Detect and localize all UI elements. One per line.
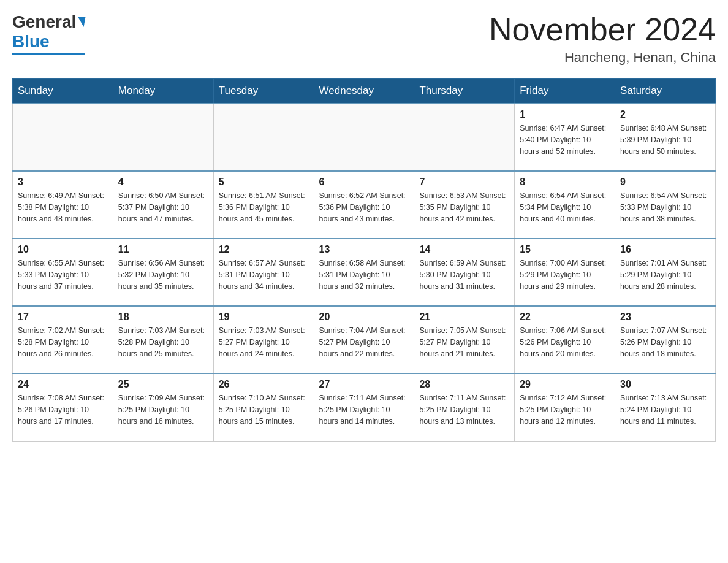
- day-info: Sunrise: 7:08 AM Sunset: 5:26 PM Dayligh…: [18, 393, 108, 427]
- day-number: 12: [219, 244, 309, 255]
- day-number: 19: [219, 312, 309, 323]
- day-number: 30: [620, 379, 710, 390]
- day-info: Sunrise: 7:13 AM Sunset: 5:24 PM Dayligh…: [620, 393, 710, 427]
- day-number: 22: [520, 312, 610, 323]
- calendar-cell: 4Sunrise: 6:50 AM Sunset: 5:37 PM Daylig…: [113, 171, 213, 239]
- day-number: 16: [620, 244, 710, 255]
- calendar-cell: 6Sunrise: 6:52 AM Sunset: 5:36 PM Daylig…: [314, 171, 414, 239]
- day-info: Sunrise: 7:12 AM Sunset: 5:25 PM Dayligh…: [520, 393, 610, 427]
- day-info: Sunrise: 7:01 AM Sunset: 5:29 PM Dayligh…: [620, 258, 710, 292]
- logo-text: General: [12, 12, 85, 32]
- calendar-cell: [213, 104, 314, 171]
- logo-blue-text: Blue: [12, 32, 50, 52]
- calendar-week-3: 10Sunrise: 6:55 AM Sunset: 5:33 PM Dayli…: [13, 239, 716, 306]
- day-number: 2: [620, 109, 710, 120]
- page-header: General Blue November 2024 Hancheng, Hen…: [12, 12, 716, 66]
- calendar-cell: 12Sunrise: 6:57 AM Sunset: 5:31 PM Dayli…: [213, 239, 314, 306]
- day-number: 6: [319, 177, 409, 188]
- weekday-header-thursday: Thursday: [414, 79, 515, 104]
- logo-arrow-icon: [77, 17, 86, 27]
- day-info: Sunrise: 6:52 AM Sunset: 5:36 PM Dayligh…: [319, 190, 409, 224]
- day-info: Sunrise: 7:00 AM Sunset: 5:29 PM Dayligh…: [520, 258, 610, 292]
- calendar-cell: 9Sunrise: 6:54 AM Sunset: 5:33 PM Daylig…: [615, 171, 716, 239]
- day-number: 29: [520, 379, 610, 390]
- day-info: Sunrise: 6:51 AM Sunset: 5:36 PM Dayligh…: [219, 190, 309, 224]
- weekday-header-saturday: Saturday: [615, 79, 716, 104]
- calendar-subtitle: Hancheng, Henan, China: [489, 50, 716, 66]
- day-number: 20: [319, 312, 409, 323]
- day-info: Sunrise: 6:54 AM Sunset: 5:34 PM Dayligh…: [520, 190, 610, 224]
- calendar-cell: 13Sunrise: 6:58 AM Sunset: 5:31 PM Dayli…: [314, 239, 414, 306]
- day-number: 17: [18, 312, 108, 323]
- calendar-cell: 11Sunrise: 6:56 AM Sunset: 5:32 PM Dayli…: [113, 239, 213, 306]
- day-info: Sunrise: 6:49 AM Sunset: 5:38 PM Dayligh…: [18, 190, 108, 224]
- day-info: Sunrise: 7:04 AM Sunset: 5:27 PM Dayligh…: [319, 325, 409, 359]
- day-info: Sunrise: 6:57 AM Sunset: 5:31 PM Dayligh…: [219, 258, 309, 292]
- day-number: 5: [219, 177, 309, 188]
- calendar-cell: [13, 104, 113, 171]
- day-number: 13: [319, 244, 409, 255]
- calendar-header: SundayMondayTuesdayWednesdayThursdayFrid…: [13, 79, 716, 104]
- calendar-cell: 2Sunrise: 6:48 AM Sunset: 5:39 PM Daylig…: [615, 104, 716, 171]
- day-info: Sunrise: 7:03 AM Sunset: 5:27 PM Dayligh…: [219, 325, 309, 359]
- day-number: 9: [620, 177, 710, 188]
- day-info: Sunrise: 6:59 AM Sunset: 5:30 PM Dayligh…: [419, 258, 509, 292]
- calendar-cell: 1Sunrise: 6:47 AM Sunset: 5:40 PM Daylig…: [515, 104, 615, 171]
- day-info: Sunrise: 6:53 AM Sunset: 5:35 PM Dayligh…: [419, 190, 509, 224]
- weekday-header-row: SundayMondayTuesdayWednesdayThursdayFrid…: [13, 79, 716, 104]
- day-number: 27: [319, 379, 409, 390]
- day-info: Sunrise: 6:58 AM Sunset: 5:31 PM Dayligh…: [319, 258, 409, 292]
- day-info: Sunrise: 7:11 AM Sunset: 5:25 PM Dayligh…: [419, 393, 509, 427]
- day-info: Sunrise: 7:07 AM Sunset: 5:26 PM Dayligh…: [620, 325, 710, 359]
- day-info: Sunrise: 7:05 AM Sunset: 5:27 PM Dayligh…: [419, 325, 509, 359]
- day-info: Sunrise: 7:03 AM Sunset: 5:28 PM Dayligh…: [118, 325, 208, 359]
- calendar-cell: 27Sunrise: 7:11 AM Sunset: 5:25 PM Dayli…: [314, 373, 414, 441]
- calendar-cell: 21Sunrise: 7:05 AM Sunset: 5:27 PM Dayli…: [414, 306, 515, 373]
- calendar-week-5: 24Sunrise: 7:08 AM Sunset: 5:26 PM Dayli…: [13, 373, 716, 441]
- calendar-cell: 8Sunrise: 6:54 AM Sunset: 5:34 PM Daylig…: [515, 171, 615, 239]
- day-info: Sunrise: 7:06 AM Sunset: 5:26 PM Dayligh…: [520, 325, 610, 359]
- calendar-week-4: 17Sunrise: 7:02 AM Sunset: 5:28 PM Dayli…: [13, 306, 716, 373]
- calendar-cell: 23Sunrise: 7:07 AM Sunset: 5:26 PM Dayli…: [615, 306, 716, 373]
- calendar-cell: 7Sunrise: 6:53 AM Sunset: 5:35 PM Daylig…: [414, 171, 515, 239]
- day-info: Sunrise: 7:09 AM Sunset: 5:25 PM Dayligh…: [118, 393, 208, 427]
- weekday-header-wednesday: Wednesday: [314, 79, 414, 104]
- day-number: 8: [520, 177, 610, 188]
- day-number: 14: [419, 244, 509, 255]
- weekday-header-tuesday: Tuesday: [213, 79, 314, 104]
- day-number: 25: [118, 379, 208, 390]
- calendar-cell: 19Sunrise: 7:03 AM Sunset: 5:27 PM Dayli…: [213, 306, 314, 373]
- day-number: 11: [118, 244, 208, 255]
- calendar-cell: [414, 104, 515, 171]
- day-info: Sunrise: 6:48 AM Sunset: 5:39 PM Dayligh…: [620, 123, 710, 157]
- weekday-header-monday: Monday: [113, 79, 213, 104]
- calendar-cell: 30Sunrise: 7:13 AM Sunset: 5:24 PM Dayli…: [615, 373, 716, 441]
- title-block: November 2024 Hancheng, Henan, China: [489, 12, 716, 66]
- day-number: 23: [620, 312, 710, 323]
- calendar-cell: 15Sunrise: 7:00 AM Sunset: 5:29 PM Dayli…: [515, 239, 615, 306]
- logo: General Blue: [12, 12, 85, 55]
- calendar-cell: 22Sunrise: 7:06 AM Sunset: 5:26 PM Dayli…: [515, 306, 615, 373]
- calendar-table: SundayMondayTuesdayWednesdayThursdayFrid…: [12, 78, 716, 442]
- day-info: Sunrise: 7:11 AM Sunset: 5:25 PM Dayligh…: [319, 393, 409, 427]
- day-number: 15: [520, 244, 610, 255]
- calendar-cell: 29Sunrise: 7:12 AM Sunset: 5:25 PM Dayli…: [515, 373, 615, 441]
- calendar-week-2: 3Sunrise: 6:49 AM Sunset: 5:38 PM Daylig…: [13, 171, 716, 239]
- logo-underline: [12, 53, 85, 55]
- day-info: Sunrise: 6:55 AM Sunset: 5:33 PM Dayligh…: [18, 258, 108, 292]
- day-number: 10: [18, 244, 108, 255]
- calendar-cell: 5Sunrise: 6:51 AM Sunset: 5:36 PM Daylig…: [213, 171, 314, 239]
- logo-general-text: General: [12, 12, 76, 32]
- calendar-cell: 10Sunrise: 6:55 AM Sunset: 5:33 PM Dayli…: [13, 239, 113, 306]
- calendar-week-1: 1Sunrise: 6:47 AM Sunset: 5:40 PM Daylig…: [13, 104, 716, 171]
- day-info: Sunrise: 7:02 AM Sunset: 5:28 PM Dayligh…: [18, 325, 108, 359]
- day-info: Sunrise: 7:10 AM Sunset: 5:25 PM Dayligh…: [219, 393, 309, 427]
- day-number: 26: [219, 379, 309, 390]
- day-number: 28: [419, 379, 509, 390]
- day-info: Sunrise: 6:54 AM Sunset: 5:33 PM Dayligh…: [620, 190, 710, 224]
- day-number: 1: [520, 109, 610, 120]
- calendar-cell: 20Sunrise: 7:04 AM Sunset: 5:27 PM Dayli…: [314, 306, 414, 373]
- calendar-cell: 3Sunrise: 6:49 AM Sunset: 5:38 PM Daylig…: [13, 171, 113, 239]
- calendar-cell: [113, 104, 213, 171]
- day-number: 4: [118, 177, 208, 188]
